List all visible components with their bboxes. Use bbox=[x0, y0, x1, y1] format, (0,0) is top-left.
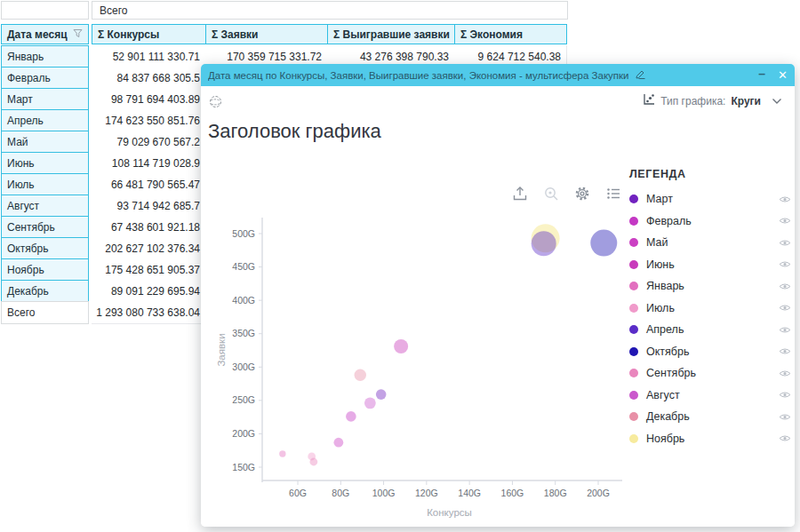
minimize-button[interactable]: – bbox=[758, 67, 765, 80]
row-label-март[interactable]: Март bbox=[1, 88, 89, 111]
legend-item-ноябрь[interactable]: Ноябрь bbox=[629, 428, 791, 450]
bubble-июнь[interactable] bbox=[394, 339, 408, 353]
dialog-titlebar[interactable]: Дата месяц по Конкурсы, Заявки, Выигравш… bbox=[201, 64, 795, 86]
legend-item-май[interactable]: Май bbox=[629, 232, 791, 254]
edit-title-icon[interactable] bbox=[635, 67, 646, 83]
legend-item-июнь[interactable]: Июнь bbox=[629, 254, 791, 276]
chart-type-label: Тип графика: bbox=[660, 95, 725, 107]
bubble-август[interactable] bbox=[364, 397, 376, 409]
column-header[interactable]: Σ Заявки bbox=[205, 24, 328, 44]
bubble-декабрь[interactable] bbox=[355, 369, 366, 381]
visibility-eye-icon[interactable] bbox=[779, 433, 791, 443]
visibility-eye-icon[interactable] bbox=[779, 238, 791, 248]
legend-color-dot bbox=[629, 434, 638, 443]
legend-color-dot bbox=[629, 412, 638, 421]
table-value-cell: 93 714 942 685.7 bbox=[92, 195, 206, 218]
table-value-cell: 67 438 601 921.18 bbox=[92, 216, 206, 239]
row-label-сентябрь[interactable]: Сентябрь bbox=[1, 216, 89, 239]
bubble-chart: 150G200G250G300G350G400G450G500G60G80G10… bbox=[201, 86, 645, 527]
visibility-eye-icon[interactable] bbox=[779, 369, 791, 378]
legend-label: Январь bbox=[646, 280, 684, 292]
table-value-cell: 98 791 694 403.89 bbox=[92, 88, 206, 111]
filter-icon[interactable] bbox=[73, 28, 83, 41]
visibility-eye-icon[interactable] bbox=[779, 325, 791, 335]
visibility-eye-icon[interactable] bbox=[779, 259, 791, 269]
row-label-январь[interactable]: Январь bbox=[1, 45, 89, 68]
table-value-cell: 79 029 670 567.2 bbox=[92, 131, 206, 154]
legend-item-октябрь[interactable]: Октябрь bbox=[629, 341, 791, 363]
legend-label: Март bbox=[646, 193, 673, 205]
dialog-title: Дата месяц по Конкурсы, Заявки, Выигравш… bbox=[208, 70, 629, 81]
visibility-eye-icon[interactable] bbox=[779, 195, 791, 204]
visibility-eye-icon[interactable] bbox=[779, 216, 791, 226]
legend-label: Август bbox=[646, 389, 680, 401]
legend-item-январь[interactable]: Январь bbox=[629, 275, 791, 298]
svg-text:140G: 140G bbox=[458, 488, 481, 498]
legend-color-dot bbox=[629, 391, 638, 400]
bubble-апрель[interactable] bbox=[532, 231, 556, 256]
row-label-октябрь[interactable]: Октябрь bbox=[1, 237, 89, 260]
table-value-cell: 89 091 229 695.94 bbox=[92, 280, 206, 303]
svg-text:150G: 150G bbox=[232, 462, 255, 472]
legend-title: ЛЕГЕНДА bbox=[629, 168, 791, 180]
bubble-март[interactable] bbox=[376, 389, 387, 400]
legend-item-июль[interactable]: Июль bbox=[629, 298, 791, 320]
bubble-январь[interactable] bbox=[279, 450, 285, 457]
dialog-body: Тип графика: Круги Заголовок графика bbox=[201, 86, 795, 527]
row-label-июнь[interactable]: Июнь bbox=[1, 152, 89, 175]
svg-text:250G: 250G bbox=[232, 394, 255, 405]
legend-label: Декабрь bbox=[646, 410, 690, 423]
column-header[interactable]: Σ Конкурсы bbox=[92, 24, 206, 44]
legend-color-dot bbox=[629, 217, 638, 226]
legend-item-февраль[interactable]: Февраль bbox=[629, 210, 791, 233]
visibility-eye-icon[interactable] bbox=[779, 282, 791, 291]
row-label-февраль[interactable]: Февраль bbox=[1, 67, 89, 90]
legend-label: Июнь bbox=[646, 258, 675, 271]
table-value-cell: 84 837 668 305.5 bbox=[92, 67, 206, 90]
row-label-декабрь[interactable]: Декабрь bbox=[1, 280, 89, 303]
visibility-eye-icon[interactable] bbox=[779, 412, 791, 422]
legend-item-август[interactable]: Август bbox=[629, 385, 791, 407]
legend-label: Июль bbox=[646, 302, 675, 314]
svg-text:Заявки: Заявки bbox=[216, 333, 227, 366]
row-label-всего[interactable]: Всего bbox=[1, 301, 89, 324]
svg-text:450G: 450G bbox=[232, 261, 255, 272]
legend-item-декабрь[interactable]: Декабрь bbox=[629, 406, 791, 428]
close-button[interactable]: ✕ bbox=[778, 69, 788, 81]
chevron-down-icon bbox=[772, 98, 782, 105]
table-value-cell: 66 481 790 565.47 bbox=[92, 173, 206, 196]
legend-color-dot bbox=[629, 282, 638, 290]
legend-item-март[interactable]: Март bbox=[629, 188, 791, 210]
row-label-ноябрь[interactable]: Ноябрь bbox=[1, 258, 89, 282]
legend-label: Май bbox=[646, 236, 668, 249]
visibility-eye-icon[interactable] bbox=[779, 346, 791, 356]
chart-type-value: Круги bbox=[731, 95, 761, 107]
bubble-февраль[interactable] bbox=[346, 411, 356, 422]
row-label-июль[interactable]: Июль bbox=[1, 173, 89, 196]
legend-item-сентябрь[interactable]: Сентябрь bbox=[629, 362, 791, 385]
row-label-август[interactable]: Август bbox=[1, 195, 89, 218]
table-corner-cell bbox=[1, 1, 89, 20]
visibility-eye-icon[interactable] bbox=[779, 390, 791, 400]
svg-text:120G: 120G bbox=[415, 488, 438, 498]
chart-type-control[interactable]: Тип графика: Круги bbox=[643, 93, 782, 108]
column-header-month[interactable]: Дата месяц bbox=[1, 24, 89, 44]
table-value-cell: 202 627 102 376.34 bbox=[92, 237, 206, 260]
legend-item-апрель[interactable]: Апрель bbox=[629, 319, 791, 341]
column-header[interactable]: Σ Выигравшие заявки bbox=[327, 24, 455, 44]
bubble-октябрь[interactable] bbox=[590, 230, 617, 257]
svg-text:500G: 500G bbox=[232, 228, 255, 239]
chart-dialog: Дата месяц по Конкурсы, Заявки, Выигравш… bbox=[201, 64, 795, 527]
bubble-май[interactable] bbox=[333, 438, 343, 448]
table-value-cell: 52 901 111 330.71 bbox=[92, 45, 206, 68]
column-header[interactable]: Σ Экономия bbox=[454, 24, 567, 44]
row-label-май[interactable]: Май bbox=[1, 131, 89, 154]
legend-color-dot bbox=[629, 304, 638, 313]
bubble-сентябрь[interactable] bbox=[309, 458, 317, 466]
row-label-апрель[interactable]: Апрель bbox=[1, 109, 89, 132]
legend-color-dot bbox=[629, 347, 638, 356]
svg-text:Конкурсы: Конкурсы bbox=[427, 507, 472, 518]
legend-label: Апрель bbox=[646, 323, 684, 336]
visibility-eye-icon[interactable] bbox=[779, 303, 791, 313]
table-total-header: Всего bbox=[92, 1, 568, 20]
